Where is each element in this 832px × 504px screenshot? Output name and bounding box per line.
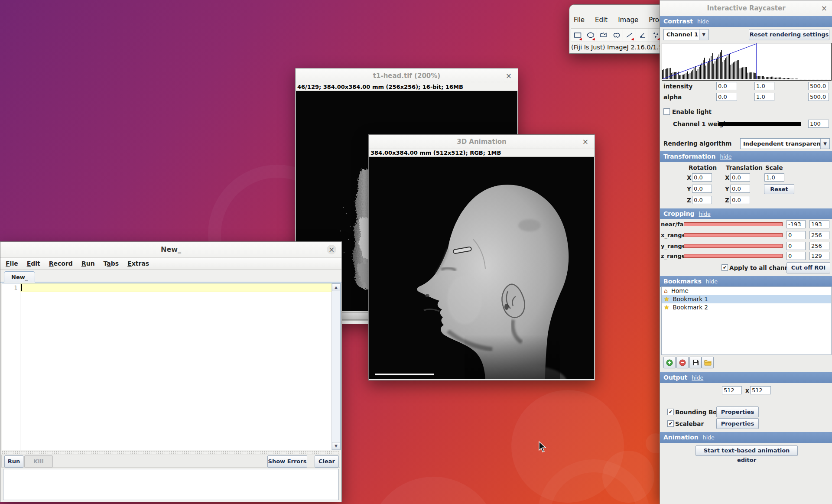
alpha-max-field[interactable] xyxy=(808,93,829,101)
channel-weight-slider[interactable] xyxy=(718,122,801,126)
anim3d-render-canvas[interactable] xyxy=(369,157,594,379)
run-button[interactable]: Run xyxy=(4,455,23,468)
rotation-z-field[interactable] xyxy=(692,196,712,204)
menu-run[interactable]: Run xyxy=(81,260,95,267)
xrange-slider[interactable] xyxy=(684,233,783,237)
menu-extras[interactable]: Extras xyxy=(127,260,149,267)
bounding-box-properties-button[interactable]: Properties xyxy=(716,406,759,417)
intensity-min-field[interactable] xyxy=(716,82,737,90)
show-errors-button[interactable]: Show Errors xyxy=(267,455,307,468)
section-header-transformation: Transformationhide xyxy=(660,151,832,162)
yrange-max-field[interactable] xyxy=(809,242,829,250)
pane-splitter[interactable] xyxy=(1,451,340,454)
freehand-tool-icon[interactable] xyxy=(610,28,623,42)
bookmark-item-1[interactable]: ★ Bookmark 1 xyxy=(662,295,831,303)
rectangle-tool-icon[interactable] xyxy=(571,28,584,42)
script-editor-window: New_ × File Edit Record Run Tabs Extras … xyxy=(0,241,342,502)
intensity-max-field[interactable] xyxy=(808,82,829,90)
scalebar-checkbox[interactable]: ✔ xyxy=(667,420,674,427)
scalebar-properties-button[interactable]: Properties xyxy=(716,418,759,429)
clear-button[interactable]: Clear xyxy=(315,455,339,468)
yrange-min-field[interactable] xyxy=(786,242,806,250)
close-icon[interactable]: × xyxy=(821,5,827,12)
bookmark-item-home[interactable]: ⌂ Home xyxy=(662,287,831,295)
hide-link[interactable]: hide xyxy=(706,278,718,285)
cut-off-roi-button[interactable]: Cut off ROI xyxy=(786,262,830,273)
output-height-field[interactable] xyxy=(750,386,771,394)
t1head-titlebar[interactable]: t1-head.tif (200%) × xyxy=(296,68,518,83)
xrange-max-field[interactable] xyxy=(809,231,829,239)
bookmark-item-2[interactable]: ★ Bookmark 2 xyxy=(662,303,831,312)
close-icon[interactable]: × xyxy=(582,138,588,146)
tab-new[interactable]: New_ xyxy=(4,271,35,283)
hide-link[interactable]: hide xyxy=(697,18,709,25)
load-bookmarks-button[interactable] xyxy=(702,357,714,368)
xrange-min-field[interactable] xyxy=(786,231,806,239)
star-icon: ★ xyxy=(664,295,670,303)
translation-z-field[interactable] xyxy=(730,196,750,204)
chevron-down-icon[interactable]: ▼ xyxy=(699,29,708,40)
kill-button[interactable]: Kill xyxy=(24,455,53,468)
hide-link[interactable]: hide xyxy=(703,434,715,441)
code-area[interactable] xyxy=(20,283,332,450)
raycaster-titlebar[interactable]: Interactive Raycaster × xyxy=(660,0,832,16)
menu-file[interactable]: File xyxy=(574,16,585,24)
polygon-tool-icon[interactable] xyxy=(597,28,610,42)
enable-light-checkbox[interactable] xyxy=(663,108,670,115)
menu-tabs[interactable]: Tabs xyxy=(104,260,119,267)
t1head-window-title: t1-head.tif (200%) xyxy=(373,72,440,80)
zrange-slider[interactable] xyxy=(684,254,783,258)
start-animation-editor-button[interactable]: Start text-based animation editor xyxy=(696,445,798,456)
channel-select[interactable]: Channel 1▼ xyxy=(663,29,708,40)
scale-field[interactable] xyxy=(764,173,784,182)
rotation-y-field[interactable] xyxy=(692,185,712,193)
alpha-min-field[interactable] xyxy=(716,93,737,101)
save-bookmarks-button[interactable] xyxy=(689,357,702,368)
line-tool-icon[interactable] xyxy=(623,28,636,42)
bounding-box-checkbox[interactable]: ✔ xyxy=(667,409,674,415)
zrange-min-field[interactable] xyxy=(786,252,806,260)
code-editor[interactable]: 1 ▲ ▼ xyxy=(2,283,341,450)
reset-transform-button[interactable]: Reset xyxy=(764,184,794,194)
rotation-x-field[interactable] xyxy=(692,173,712,182)
add-bookmark-button[interactable] xyxy=(663,357,676,368)
chevron-down-icon[interactable]: ▼ xyxy=(820,139,829,149)
channel-weight-field[interactable] xyxy=(808,120,829,128)
editor-titlebar[interactable]: New_ × xyxy=(0,242,341,258)
remove-bookmark-button[interactable] xyxy=(676,357,689,368)
oval-tool-icon[interactable] xyxy=(584,28,597,42)
reset-rendering-button[interactable]: Reset rendering settings xyxy=(749,29,829,40)
desktop: File Edit Image Process xyxy=(0,0,832,504)
hide-link[interactable]: hide xyxy=(720,153,731,160)
anim3d-window-title: 3D Animation xyxy=(457,138,507,146)
zrange-max-field[interactable] xyxy=(809,252,829,260)
menu-image[interactable]: Image xyxy=(618,16,638,24)
nearfar-range-slider[interactable] xyxy=(684,222,783,226)
close-icon[interactable]: × xyxy=(506,72,512,79)
editor-output-pane[interactable] xyxy=(3,469,339,500)
alpha-gamma-field[interactable] xyxy=(754,93,774,101)
nearfar-min-field[interactable] xyxy=(786,220,806,228)
yrange-slider[interactable] xyxy=(684,244,783,248)
histogram-plot[interactable] xyxy=(662,43,832,81)
apply-all-channels-checkbox[interactable]: ✔ xyxy=(722,264,728,271)
scroll-up-icon[interactable]: ▲ xyxy=(332,283,340,291)
intensity-gamma-field[interactable] xyxy=(754,82,774,90)
menu-edit[interactable]: Edit xyxy=(27,260,40,267)
nearfar-max-field[interactable] xyxy=(809,220,829,228)
output-width-field[interactable] xyxy=(722,386,742,394)
menu-edit[interactable]: Edit xyxy=(595,16,608,24)
close-icon[interactable]: × xyxy=(327,245,336,254)
bookmark-list[interactable]: ⌂ Home ★ Bookmark 1 ★ Bookmark 2 xyxy=(661,286,832,355)
anim3d-titlebar[interactable]: 3D Animation × xyxy=(369,135,595,149)
hide-link[interactable]: hide xyxy=(692,374,703,381)
translation-y-field[interactable] xyxy=(730,185,750,193)
scroll-down-icon[interactable]: ▼ xyxy=(332,442,340,450)
translation-x-field[interactable] xyxy=(730,173,750,182)
menu-record[interactable]: Record xyxy=(49,260,73,267)
angle-tool-icon[interactable] xyxy=(636,28,649,42)
editor-vscrollbar[interactable]: ▲ ▼ xyxy=(332,283,340,450)
menu-file[interactable]: File xyxy=(6,260,18,267)
rendering-algorithm-select[interactable]: Independent transparency▼ xyxy=(740,138,830,149)
hide-link[interactable]: hide xyxy=(699,211,711,217)
